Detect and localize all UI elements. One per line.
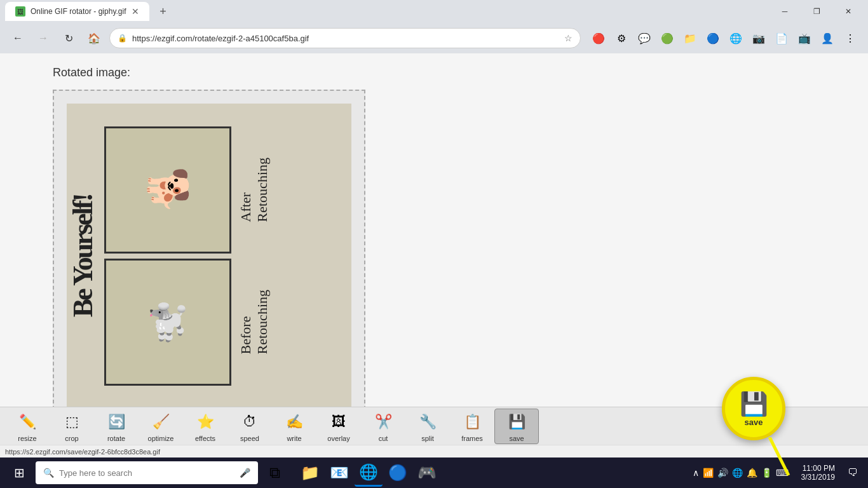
maximize-button[interactable]: ❐ <box>802 1 831 22</box>
cut-icon: ✂️ <box>372 410 395 433</box>
extension-icon-7[interactable]: 🌐 <box>726 28 746 48</box>
extension-icon-6[interactable]: 🔵 <box>703 28 723 48</box>
gif-text-left: Be Yourself! <box>67 194 99 317</box>
taskbar-app-outlook[interactable]: 📧 <box>325 459 353 487</box>
clock-date: 3/31/2019 <box>801 473 835 482</box>
frames-label: frames <box>461 435 483 442</box>
extension-icon-3[interactable]: 💬 <box>634 28 654 48</box>
overlay-icon: 🖼 <box>327 410 350 433</box>
cast-icon[interactable]: 📺 <box>794 28 815 48</box>
tool-crop[interactable]: ⬚ crop <box>50 409 94 444</box>
split-label: split <box>421 435 434 442</box>
save-icon: 💾 <box>505 410 528 433</box>
tool-frames[interactable]: 📋 frames <box>450 409 494 444</box>
optimize-label: optimize <box>148 435 174 442</box>
url-display: https://ezgif.com/rotate/ezgif-2-a45100c… <box>132 34 559 43</box>
start-button[interactable]: ⊞ <box>5 459 33 487</box>
taskbar-app-edge[interactable]: 🔵 <box>384 459 412 487</box>
refresh-button[interactable]: ↻ <box>58 28 79 48</box>
browser-frame: 🖼 Online GIF rotator - giphy.gif ✕ + ─ ❐… <box>0 0 868 488</box>
window-controls: ─ ❐ ✕ <box>770 1 863 22</box>
system-clock[interactable]: 11:00 PM 3/31/2019 <box>796 461 840 484</box>
tool-save[interactable]: 💾 save <box>494 409 539 444</box>
tool-speed[interactable]: ⏱ speed <box>227 409 272 444</box>
frames-icon: 📋 <box>461 410 484 433</box>
search-icon: 🔍 <box>43 468 54 478</box>
image-container: Be Yourself! 🐕 AfterRetouching <box>53 90 365 407</box>
home-button[interactable]: 🏠 <box>84 28 104 48</box>
rotate-label: rotate <box>107 435 125 442</box>
explorer-icon: 📁 <box>301 464 320 482</box>
top-gif-panel: 🐕 <box>104 126 231 254</box>
tool-overlay[interactable]: 🖼 overlay <box>316 409 361 444</box>
minimize-button[interactable]: ─ <box>770 1 799 22</box>
tab-title: Online GIF rotator - giphy.gif <box>31 7 126 16</box>
status-url: https://s2.ezgif.com/save/ezgif-2-6bfcc8… <box>5 448 160 456</box>
effects-label: effects <box>195 435 215 442</box>
tray-icon-1[interactable]: 📶 <box>703 468 714 478</box>
tool-resize[interactable]: ✏️ resize <box>5 409 50 444</box>
bookmark-button[interactable]: ☆ <box>564 33 573 43</box>
section-title: Rotated image: <box>53 66 815 79</box>
gif-panels: 🐕 AfterRetouching 🐩 BeforeRetouching <box>104 126 271 386</box>
tab-favicon: 🖼 <box>15 6 25 17</box>
outlook-icon: 📧 <box>330 464 349 482</box>
taskbar-apps: 📁 📧 🌐 🔵 🎮 <box>296 459 441 487</box>
tray-icon-2[interactable]: 🔊 <box>717 468 728 478</box>
crop-label: crop <box>65 435 78 442</box>
crop-icon: ⬚ <box>60 410 83 433</box>
save-disk-icon: 💾 <box>740 391 768 407</box>
speed-icon: ⏱ <box>238 410 261 433</box>
tab-close-button[interactable]: ✕ <box>132 6 139 17</box>
notification-icon: 🗨 <box>848 467 858 478</box>
chrome-icon: 🌐 <box>359 463 378 481</box>
address-input[interactable]: 🔒 https://ezgif.com/rotate/ezgif-2-a4510… <box>109 28 581 48</box>
gif-display: Be Yourself! 🐕 AfterRetouching <box>67 104 351 407</box>
tool-optimize[interactable]: 🧹 optimize <box>139 409 183 444</box>
menu-button[interactable]: ⋮ <box>840 28 860 48</box>
resize-icon: ✏️ <box>16 410 39 433</box>
tool-write[interactable]: ✍️ write <box>272 409 316 444</box>
microphone-icon[interactable]: 🎤 <box>240 468 250 478</box>
effects-icon: ⭐ <box>194 410 217 433</box>
close-button[interactable]: ✕ <box>834 1 863 22</box>
extension-icon-2[interactable]: ⚙ <box>611 28 632 48</box>
search-input[interactable] <box>59 468 234 478</box>
tray-up-icon[interactable]: ∧ <box>693 468 699 478</box>
lock-icon: 🔒 <box>118 34 127 43</box>
write-icon: ✍️ <box>283 410 306 433</box>
overlay-label: overlay <box>327 435 349 442</box>
taskview-button[interactable]: ⧉ <box>261 459 288 487</box>
forward-button[interactable]: → <box>33 28 53 48</box>
extension-icon-1[interactable]: 🔴 <box>588 28 609 48</box>
tool-cut[interactable]: ✂️ cut <box>361 409 405 444</box>
top-panel-row: 🐕 AfterRetouching <box>104 126 271 254</box>
new-tab-button[interactable]: + <box>154 3 172 20</box>
store-icon: 🎮 <box>417 464 437 482</box>
profile-icon[interactable]: 👤 <box>817 28 837 48</box>
taskbar-app-explorer[interactable]: 📁 <box>296 459 324 487</box>
dog-photo: 🐕 <box>146 166 191 214</box>
extension-icon-8[interactable]: 📷 <box>749 28 769 48</box>
page-content: Rotated image: Be Yourself! 🐕 <box>0 53 868 407</box>
save-label: save <box>509 435 524 442</box>
extension-icon-5[interactable]: 📁 <box>680 28 700 48</box>
back-button[interactable]: ← <box>8 28 28 48</box>
write-label: write <box>287 435 301 442</box>
bottom-gif-panel: 🐩 <box>104 259 231 386</box>
search-bar[interactable]: 🔍 🎤 <box>36 461 258 484</box>
taskbar-app-chrome[interactable]: 🌐 <box>355 459 383 487</box>
address-bar: ← → ↻ 🏠 🔒 https://ezgif.com/rotate/ezgif… <box>0 23 868 53</box>
extension-icon-9[interactable]: 📄 <box>771 28 792 48</box>
split-icon: 🔧 <box>416 410 439 433</box>
tool-rotate[interactable]: 🔄 rotate <box>94 409 139 444</box>
clock-time: 11:00 PM <box>801 464 835 473</box>
taskbar-app-store[interactable]: 🎮 <box>413 459 441 487</box>
tool-split[interactable]: 🔧 split <box>405 409 450 444</box>
notification-button[interactable]: 🗨 <box>843 463 863 483</box>
optimize-icon: 🧹 <box>149 410 172 433</box>
after-retouching-text: AfterRetouching <box>238 158 271 222</box>
extension-icon-4[interactable]: 🟢 <box>657 28 677 48</box>
active-tab[interactable]: 🖼 Online GIF rotator - giphy.gif ✕ <box>5 2 149 21</box>
tool-effects[interactable]: ⭐ effects <box>183 409 227 444</box>
